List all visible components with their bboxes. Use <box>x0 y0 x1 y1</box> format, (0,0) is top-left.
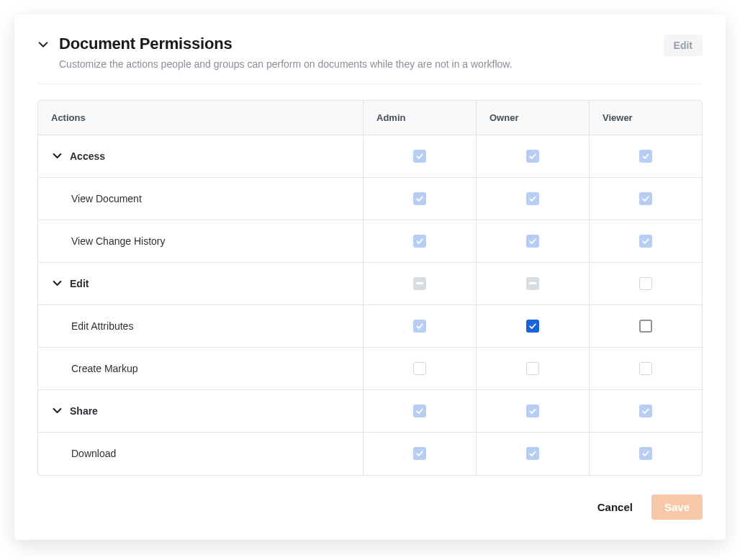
permission-cell <box>589 390 702 432</box>
row-label: View Change History <box>71 235 165 247</box>
checkbox-checked-soft[interactable] <box>526 150 539 163</box>
permission-cell <box>363 390 476 432</box>
row-label-cell: Create Markup <box>38 348 363 389</box>
row-label: Share <box>70 405 98 417</box>
table-row: Edit <box>38 263 702 305</box>
row-label: Edit Attributes <box>71 320 133 332</box>
permission-cell <box>363 263 476 304</box>
row-label: Edit <box>70 278 89 289</box>
checkbox-unchecked[interactable] <box>526 362 539 375</box>
checkbox-checked-soft[interactable] <box>639 405 652 417</box>
column-header-actions: Actions <box>38 101 363 135</box>
checkbox-checked-soft[interactable] <box>413 192 426 205</box>
chevron-down-icon[interactable] <box>51 405 63 417</box>
permission-cell <box>589 263 702 304</box>
row-label-cell: View Document <box>38 178 363 220</box>
checkbox-checked-soft[interactable] <box>413 447 426 460</box>
checkbox-checked-soft[interactable] <box>639 447 652 460</box>
row-label-cell: Share <box>38 390 363 432</box>
checkbox-checked-soft[interactable] <box>413 150 426 163</box>
checkbox-unchecked-bold[interactable] <box>639 320 652 333</box>
table-row: Edit Attributes <box>38 305 702 348</box>
grid-body: AccessView DocumentView Change HistoryEd… <box>38 135 702 475</box>
row-label: Access <box>70 150 105 162</box>
permission-cell <box>363 220 476 262</box>
row-label-cell: View Change History <box>38 220 363 262</box>
checkbox-checked-soft[interactable] <box>413 405 426 417</box>
checkbox-checked-soft[interactable] <box>526 405 539 417</box>
permission-cell <box>476 135 589 177</box>
checkbox-indeterminate[interactable] <box>526 277 539 290</box>
checkbox-unchecked[interactable] <box>639 277 652 290</box>
row-label: View Document <box>71 193 142 204</box>
table-row: View Change History <box>38 220 702 263</box>
row-label: Download <box>71 448 116 459</box>
permission-cell <box>589 178 702 220</box>
collapse-panel-icon[interactable] <box>37 39 49 50</box>
permission-cell <box>589 433 702 475</box>
permission-cell <box>476 263 589 304</box>
chevron-down-icon[interactable] <box>51 150 63 162</box>
permission-cell <box>363 305 476 347</box>
checkbox-checked-soft[interactable] <box>639 150 652 163</box>
checkbox-unchecked[interactable] <box>413 362 426 375</box>
save-button[interactable]: Save <box>651 494 703 520</box>
permission-cell <box>476 305 589 347</box>
footer: Cancel Save <box>37 476 703 520</box>
column-header-admin: Admin <box>363 101 476 135</box>
permission-cell <box>589 135 702 177</box>
permissions-grid: Actions Admin Owner Viewer AccessView Do… <box>37 100 703 476</box>
table-row: Share <box>38 390 702 433</box>
permission-cell <box>363 178 476 220</box>
table-row: Create Markup <box>38 348 702 390</box>
grid-header: Actions Admin Owner Viewer <box>38 101 702 135</box>
permission-cell <box>476 348 589 389</box>
page-title: Document Permissions <box>59 35 513 53</box>
row-label-cell: Edit <box>38 263 363 304</box>
row-label-cell: Edit Attributes <box>38 305 363 347</box>
checkbox-checked-soft[interactable] <box>526 447 539 460</box>
permissions-panel: Document Permissions Customize the actio… <box>14 14 726 540</box>
checkbox-checked-soft[interactable] <box>413 320 426 333</box>
row-label-cell: Access <box>38 135 363 177</box>
permission-cell <box>589 348 702 389</box>
column-header-owner: Owner <box>476 101 589 135</box>
checkbox-checked-soft[interactable] <box>639 192 652 205</box>
permission-cell <box>476 220 589 262</box>
permission-cell <box>363 433 476 475</box>
checkbox-checked-strong[interactable] <box>526 320 539 333</box>
permission-cell <box>363 135 476 177</box>
permission-cell <box>476 390 589 432</box>
cancel-button[interactable]: Cancel <box>593 495 637 519</box>
permission-cell <box>589 220 702 262</box>
permission-cell <box>476 433 589 475</box>
checkbox-unchecked[interactable] <box>639 362 652 375</box>
permission-cell <box>363 348 476 389</box>
checkbox-indeterminate[interactable] <box>413 277 426 290</box>
checkbox-checked-soft[interactable] <box>413 235 426 248</box>
table-row: Download <box>38 433 702 475</box>
divider <box>37 83 703 84</box>
title-block: Document Permissions Customize the actio… <box>59 35 513 72</box>
checkbox-checked-soft[interactable] <box>526 192 539 205</box>
table-row: View Document <box>38 178 702 220</box>
column-header-viewer: Viewer <box>589 101 702 135</box>
edit-button[interactable]: Edit <box>664 35 703 56</box>
panel-header: Document Permissions Customize the actio… <box>37 35 703 83</box>
row-label-cell: Download <box>38 433 363 475</box>
page-subtitle: Customize the actions people and groups … <box>59 58 513 72</box>
header-left: Document Permissions Customize the actio… <box>37 35 513 72</box>
permission-cell <box>476 178 589 220</box>
chevron-down-icon[interactable] <box>51 278 63 289</box>
checkbox-checked-soft[interactable] <box>526 235 539 248</box>
row-label: Create Markup <box>71 363 138 374</box>
permission-cell <box>589 305 702 347</box>
table-row: Access <box>38 135 702 178</box>
checkbox-checked-soft[interactable] <box>639 235 652 248</box>
